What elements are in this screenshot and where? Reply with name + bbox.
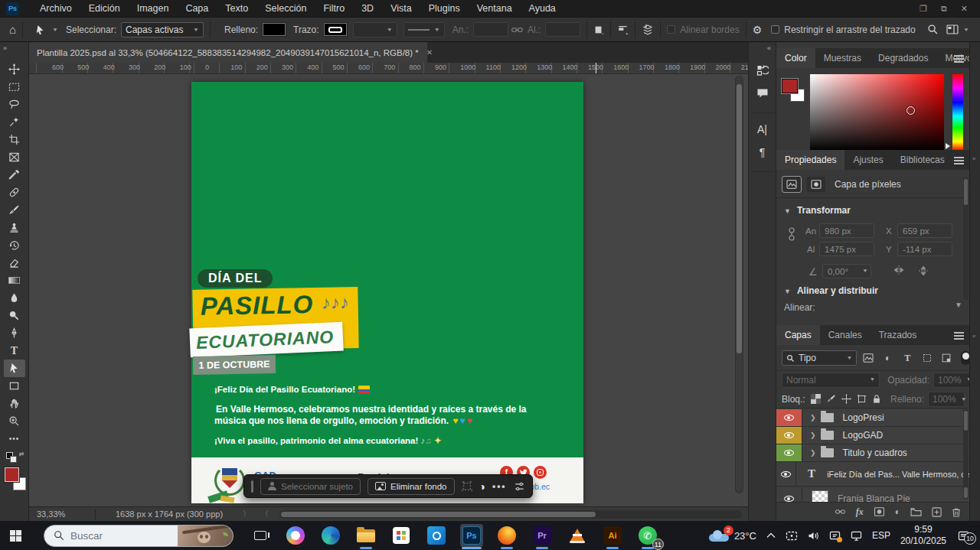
search-highlight-image[interactable]	[178, 526, 233, 547]
mask-properties-icon[interactable]	[807, 177, 825, 192]
layer-name[interactable]: LogoGAD	[843, 430, 884, 441]
tab-motivos[interactable]: Motivos	[936, 48, 969, 68]
whatsapp-button[interactable]: ✆11	[636, 524, 659, 547]
path-selection-tool[interactable]	[4, 360, 25, 377]
edit-toolbar-icon[interactable]: •••	[4, 430, 25, 447]
hue-slider-arrow[interactable]	[946, 143, 950, 149]
new-layer-icon[interactable]	[932, 507, 942, 517]
select-mode-dropdown[interactable]: Capas activas▼	[121, 22, 204, 37]
pen-tool[interactable]	[4, 324, 25, 342]
menu-item[interactable]: Filtro	[315, 0, 353, 17]
link-layers-icon[interactable]	[835, 508, 846, 516]
foreground-color-swatch[interactable]	[782, 79, 798, 93]
hue-slider[interactable]	[952, 74, 963, 151]
transform-section-header[interactable]: ▼Transformar	[784, 205, 851, 216]
search-icon[interactable]	[927, 24, 939, 35]
zoom-level-field[interactable]: 33,33%	[29, 509, 89, 519]
marquee-tool[interactable]	[4, 78, 25, 96]
tab-propiedades[interactable]: Propiedades	[776, 150, 844, 170]
language-indicator[interactable]: ESP	[872, 530, 890, 541]
lock-all-icon[interactable]	[872, 394, 881, 404]
vertical-scrollbar[interactable]	[735, 76, 743, 493]
menu-item[interactable]: Ayuda	[521, 0, 564, 17]
adjustments-icon[interactable]: ◑	[479, 480, 485, 493]
task-view-button[interactable]	[249, 524, 272, 547]
visibility-toggle[interactable]	[776, 409, 802, 426]
filter-adjustment-layers-icon[interactable]: ◐	[880, 353, 897, 363]
volume-icon[interactable]	[808, 531, 819, 541]
brush-tool[interactable]	[4, 201, 25, 219]
filter-shape-layers-icon[interactable]	[919, 353, 936, 363]
horizontal-ruler[interactable]: 6005004003002001000100200300400500600700…	[29, 63, 748, 74]
taskbar-search[interactable]	[44, 525, 234, 547]
properties-sliders-icon[interactable]	[514, 481, 525, 492]
notifications-button[interactable]: 10	[958, 531, 969, 541]
spot-healing-tool[interactable]	[4, 184, 25, 201]
zoom-tool[interactable]	[4, 412, 25, 430]
constrain-path-checkbox[interactable]	[771, 25, 779, 34]
pixel-layer-icon[interactable]	[782, 177, 801, 192]
tool-preset-chevron[interactable]: ▼	[52, 27, 58, 32]
history-brush-tool[interactable]	[4, 236, 25, 254]
crop-tool[interactable]	[4, 131, 25, 148]
expand-group-icon[interactable]: ❯	[810, 431, 816, 439]
weather-widget[interactable]: 2 23°C	[709, 530, 756, 542]
expand-icon[interactable]: «	[972, 333, 975, 340]
frame-tool[interactable]	[4, 148, 25, 166]
layer-row[interactable]: ❯ Titulo y cuadros	[776, 444, 969, 462]
search-input[interactable]	[70, 530, 155, 542]
vertical-scroll-thumb[interactable]	[737, 84, 742, 353]
delete-layer-icon[interactable]	[952, 507, 961, 517]
close-icon[interactable]: ✕	[961, 4, 968, 14]
align-options-chevron[interactable]: ▼	[955, 301, 962, 309]
tab-bibliotecas[interactable]: Bibliotecas	[892, 150, 953, 170]
paragraph-panel-icon[interactable]: ¶	[760, 141, 766, 164]
layer-name[interactable]: LogoPresi	[843, 412, 884, 423]
filter-smart-objects-icon[interactable]	[939, 353, 956, 363]
firefox-button[interactable]	[495, 524, 518, 547]
layer-styles-icon[interactable]: fx	[856, 506, 864, 518]
link-dimensions-icon[interactable]	[787, 226, 796, 242]
workspace-switcher-icon[interactable]	[946, 24, 959, 34]
menu-item[interactable]: Texto	[217, 0, 256, 17]
stroke-swatch[interactable]	[324, 23, 347, 36]
menu-item[interactable]: Edición	[80, 0, 129, 17]
panel-menu-icon[interactable]	[954, 155, 964, 166]
menu-item[interactable]: 3D	[353, 0, 382, 17]
vlc-button[interactable]	[566, 524, 589, 547]
foreground-color[interactable]	[5, 467, 19, 482]
character-panel-icon[interactable]: A|	[757, 118, 767, 141]
tab-canales[interactable]: Canales	[820, 325, 871, 345]
tab-capas[interactable]: Capas	[776, 325, 820, 345]
adjustment-layer-icon[interactable]: ◐	[895, 506, 900, 517]
illustrator-button[interactable]: Ai	[601, 524, 624, 547]
fill-swatch[interactable]	[263, 23, 286, 36]
scroll-left-arrow[interactable]: 〈	[261, 509, 269, 519]
panel-menu-icon[interactable]	[954, 330, 964, 341]
menu-item[interactable]: Capa	[177, 0, 217, 17]
expand-icon[interactable]: «	[972, 155, 975, 162]
more-options-icon[interactable]: •••	[492, 481, 507, 492]
collapse-tools-icon[interactable]: »	[0, 42, 10, 54]
color-cursor[interactable]	[906, 106, 915, 115]
blur-tool[interactable]	[4, 289, 25, 307]
flip-vertical-icon[interactable]	[918, 265, 929, 277]
saturation-brightness-field[interactable]	[810, 74, 944, 151]
menu-item[interactable]: Imagen	[129, 0, 178, 17]
history-panel-icon[interactable]	[756, 59, 769, 82]
comment-panel-icon[interactable]	[756, 82, 769, 105]
lock-transparency-icon[interactable]	[811, 394, 821, 404]
expand-dock-icon[interactable]: «	[763, 42, 776, 54]
arrange-icon[interactable]: ❐	[920, 4, 927, 14]
filter-toggle[interactable]	[961, 351, 969, 365]
rectangle-tool[interactable]	[4, 377, 25, 395]
filter-type-layers-icon[interactable]: T	[899, 353, 916, 364]
status-popup-arrow[interactable]: 〉	[243, 509, 250, 519]
remove-background-button[interactable]: Eliminar fondo	[368, 478, 455, 495]
lasso-tool[interactable]	[4, 96, 25, 113]
shape-ops-icon[interactable]	[593, 24, 604, 35]
eraser-tool[interactable]	[4, 254, 25, 272]
visibility-toggle[interactable]	[776, 444, 802, 461]
cast-icon[interactable]	[786, 531, 798, 541]
layers-scrollbar[interactable]	[963, 409, 969, 500]
